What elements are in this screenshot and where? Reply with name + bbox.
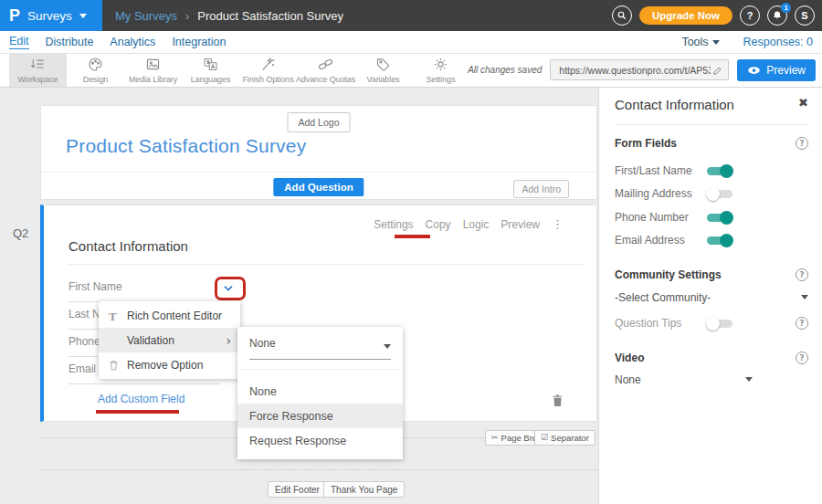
product-menu-label: Surveys bbox=[27, 9, 72, 23]
translate-icon bbox=[202, 56, 219, 73]
help-icon[interactable]: ? bbox=[796, 317, 808, 330]
survey-url-input[interactable] bbox=[557, 64, 712, 77]
question-action-settings[interactable]: Settings bbox=[374, 218, 413, 231]
header-actions: Upgrade Now ? 1 S bbox=[612, 0, 815, 31]
toggle-question-tips[interactable] bbox=[707, 320, 732, 328]
separator-button[interactable]: ☑ Separator bbox=[534, 430, 595, 446]
toggle-first-last-name[interactable] bbox=[707, 167, 732, 175]
text-editor-icon: T bbox=[109, 310, 117, 321]
menu-item-label: Remove Option bbox=[127, 359, 203, 372]
question-number-label: Q2 bbox=[13, 226, 28, 240]
video-dropdown[interactable]: None bbox=[615, 373, 641, 386]
scissors-icon: ✂ bbox=[491, 434, 499, 442]
pencil-icon[interactable] bbox=[712, 65, 723, 76]
editor-toolbar: Workspace Design Media Library Languages… bbox=[0, 53, 822, 88]
toolbar-item-label: Media Library bbox=[129, 75, 177, 84]
menu-item-label: Validation bbox=[127, 334, 174, 347]
chevron-down-icon bbox=[79, 14, 87, 18]
toolbar-item-advance-quotas[interactable]: Advance Quotas bbox=[297, 53, 354, 87]
toolbar-right-group: All changes saved Preview bbox=[468, 53, 816, 87]
survey-title[interactable]: Product Satisfaction Survey bbox=[66, 135, 306, 157]
question-action-copy[interactable]: Copy bbox=[426, 218, 451, 231]
preview-button[interactable]: Preview bbox=[737, 59, 816, 81]
form-fields-heading: Form Fields bbox=[615, 137, 677, 150]
tab-distribute[interactable]: Distribute bbox=[46, 36, 94, 48]
validation-selected-value: None bbox=[249, 337, 276, 350]
account-avatar[interactable]: S bbox=[795, 5, 815, 26]
gear-icon bbox=[432, 56, 449, 73]
upgrade-now-button[interactable]: Upgrade Now bbox=[639, 6, 732, 25]
surveys-product-menu[interactable]: P Surveys bbox=[0, 0, 102, 31]
help-icon[interactable]: ? bbox=[796, 137, 808, 150]
menu-item-rich-content-editor[interactable]: T Rich Content Editor bbox=[99, 303, 240, 328]
community-settings-heading: Community Settings bbox=[615, 268, 722, 281]
toggle-label-first-last-name: First/Last Name bbox=[615, 164, 692, 177]
nav-right-group: Tools Responses: 0 bbox=[681, 36, 813, 48]
tab-edit[interactable]: Edit bbox=[9, 35, 29, 49]
toolbar-item-label: Workspace bbox=[18, 75, 58, 84]
annotation-add-custom-field-underline bbox=[96, 410, 179, 414]
select-community-dropdown[interactable]: -Select Community- bbox=[615, 291, 711, 304]
toolbar-item-label: Languages bbox=[191, 75, 231, 84]
separator-label: Separator bbox=[551, 433, 589, 443]
question-title[interactable]: Contact Information bbox=[68, 238, 188, 254]
search-button[interactable] bbox=[612, 5, 632, 26]
toolbar-item-media-library[interactable]: Media Library bbox=[124, 53, 182, 87]
validation-option-none[interactable]: None bbox=[237, 379, 403, 404]
toggle-label-phone-number: Phone Number bbox=[615, 211, 689, 224]
add-custom-field-link[interactable]: Add Custom Field bbox=[98, 393, 184, 405]
help-icon[interactable]: ? bbox=[796, 352, 808, 364]
add-logo-button[interactable]: Add Logo bbox=[288, 112, 351, 132]
eye-icon bbox=[747, 66, 761, 75]
validation-select[interactable]: None bbox=[249, 337, 391, 360]
toolbar-item-design[interactable]: Design bbox=[67, 53, 124, 87]
toggle-phone-number[interactable] bbox=[707, 214, 732, 222]
notifications-button[interactable]: 1 bbox=[767, 5, 787, 26]
question-tips-label: Question Tips bbox=[615, 317, 681, 330]
close-icon[interactable]: ✖ bbox=[798, 97, 808, 109]
validation-option-force-response[interactable]: Force Response bbox=[237, 404, 403, 428]
toggle-email-address[interactable] bbox=[707, 236, 732, 245]
toolbar-item-label: Finish Options bbox=[242, 75, 293, 84]
annotation-settings-underline bbox=[395, 235, 430, 238]
toolbar-item-variables[interactable]: Variables bbox=[354, 53, 412, 87]
tools-menu[interactable]: Tools bbox=[681, 36, 719, 48]
top-header-bar: P Surveys My Surveys › Product Satisfact… bbox=[0, 0, 822, 31]
responses-count[interactable]: Responses: 0 bbox=[743, 36, 813, 48]
image-icon bbox=[144, 56, 162, 73]
delete-question-trash-icon[interactable] bbox=[552, 394, 564, 407]
add-question-button[interactable]: Add Question bbox=[273, 178, 364, 196]
edit-footer-button[interactable]: Edit Footer bbox=[268, 481, 327, 498]
toolbar-item-languages[interactable]: Languages bbox=[182, 53, 239, 87]
form-field-first-name[interactable]: First Name bbox=[68, 280, 219, 302]
field-options-chevron-icon[interactable] bbox=[221, 281, 236, 296]
toggle-label-mailing-address: Mailing Address bbox=[615, 187, 692, 200]
question-action-logic[interactable]: Logic bbox=[463, 218, 490, 231]
trash-icon bbox=[109, 359, 119, 371]
menu-item-remove-option[interactable]: Remove Option bbox=[99, 352, 240, 377]
help-button[interactable]: ? bbox=[740, 5, 760, 26]
submenu-arrow-icon: › bbox=[226, 334, 231, 347]
thank-you-page-button[interactable]: Thank You Page bbox=[323, 481, 405, 498]
validation-option-request-response[interactable]: Request Response bbox=[237, 428, 403, 453]
checkbox-icon: ☑ bbox=[541, 434, 548, 442]
tab-analytics[interactable]: Analytics bbox=[110, 36, 155, 48]
more-options-icon[interactable]: ⋮ bbox=[552, 217, 564, 231]
breadcrumb-separator: › bbox=[185, 9, 189, 23]
search-icon bbox=[616, 10, 627, 21]
sidebar-title: Contact Information bbox=[615, 97, 734, 112]
tab-integration[interactable]: Integration bbox=[172, 36, 226, 48]
toolbar-item-workspace[interactable]: Workspace bbox=[9, 53, 67, 87]
toolbar-item-settings[interactable]: Settings bbox=[412, 53, 469, 87]
divider bbox=[68, 264, 584, 265]
question-settings-sidebar: Contact Information ✖ Form Fields ? Firs… bbox=[598, 87, 822, 504]
help-icon[interactable]: ? bbox=[796, 268, 808, 281]
question-action-preview[interactable]: Preview bbox=[501, 218, 540, 231]
add-intro-button[interactable]: Add Intro bbox=[513, 180, 569, 198]
breadcrumb-my-surveys[interactable]: My Surveys bbox=[115, 9, 177, 23]
survey-nav-bar: Edit Distribute Analytics Integration To… bbox=[0, 31, 822, 54]
toggle-mailing-address[interactable] bbox=[707, 190, 732, 198]
chevron-down-icon bbox=[801, 295, 808, 299]
toolbar-item-finish-options[interactable]: Finish Options bbox=[239, 53, 297, 87]
menu-item-validation[interactable]: Validation › bbox=[99, 328, 240, 352]
